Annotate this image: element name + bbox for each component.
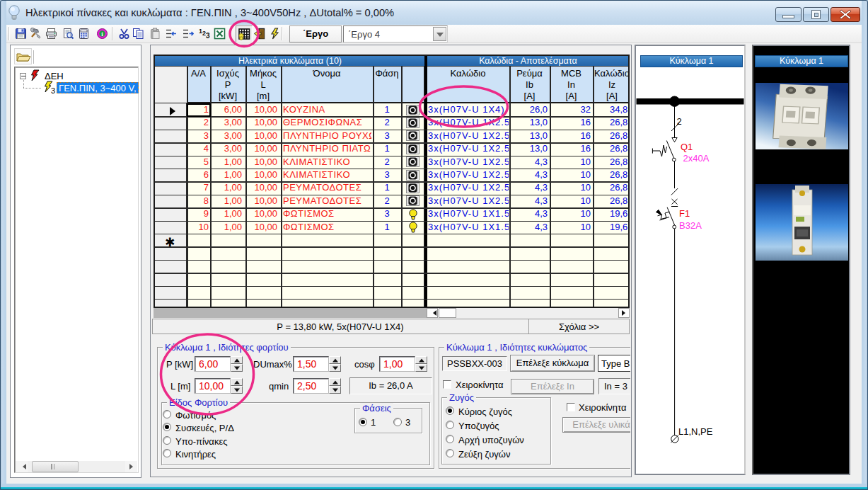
svg-text:2x40A: 2x40A — [683, 153, 710, 164]
svg-text:B32A: B32A — [679, 220, 702, 231]
svg-text:Q1: Q1 — [681, 142, 693, 152]
svg-text:F1: F1 — [679, 208, 690, 219]
svg-text:3: 3 — [206, 32, 210, 40]
svg-text:2: 2 — [677, 116, 682, 127]
svg-text:L1,N,PE: L1,N,PE — [678, 426, 713, 437]
svg-text:3: 3 — [51, 86, 55, 95]
